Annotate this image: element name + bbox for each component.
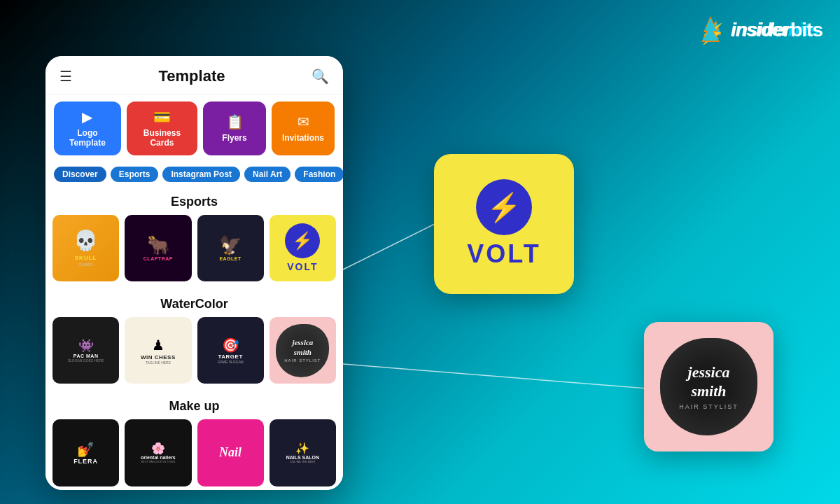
- logo-template-label: Logo Template: [62, 128, 113, 148]
- eaglet-icon: 🦅: [219, 234, 241, 256]
- nailssalon-icon: ✨: [295, 442, 309, 455]
- logo-card-oriental[interactable]: 🌸 oriental nailers BEST PARLOUR IN TOWN: [125, 419, 191, 486]
- pacman-icon: 👾: [78, 338, 94, 354]
- filter-tags: Discover Esports Instagram Post Nail Art…: [46, 162, 343, 186]
- chess-title: WIN CHESS: [141, 354, 176, 360]
- volt-large-text: VOLT: [467, 239, 540, 269]
- invitations-icon: ✉: [298, 113, 309, 130]
- category-logo-template[interactable]: ▶ Logo Template: [54, 102, 121, 155]
- jessica-large-subtitle: HAIR STYLIST: [679, 403, 738, 410]
- flera-title: FLERA: [74, 458, 98, 465]
- logo-card-pacman[interactable]: 👾 PAC MAN SLOGAN GOES HERE: [52, 317, 119, 384]
- brand-logo-container: insiderbits: [693, 13, 822, 48]
- filter-discover[interactable]: Discover: [54, 167, 106, 182]
- category-invitations[interactable]: ✉ Invitations: [272, 102, 335, 155]
- nail-title: Nail: [219, 445, 241, 460]
- oriental-sub: BEST PARLOUR IN TOWN: [141, 460, 175, 463]
- logo-card-nail[interactable]: Nail: [197, 419, 264, 486]
- makeup-section-title: Make up: [46, 391, 343, 419]
- claptrap-label: CLAPTRAP: [144, 256, 173, 261]
- filter-fashion[interactable]: Fashion: [295, 167, 343, 182]
- invitations-label: Invitations: [282, 133, 324, 143]
- category-flyers[interactable]: 📋 Flyers: [203, 102, 266, 155]
- bolt-symbol: ⚡: [292, 231, 313, 251]
- chess-sub: TAGLINE HERE: [146, 360, 171, 365]
- volt-large-bolt-symbol: ⚡: [486, 191, 522, 224]
- brand-text: insiderbits: [731, 19, 822, 41]
- claptrap-icon: 🐂: [147, 234, 169, 256]
- oriental-title: oriental nailers: [141, 455, 176, 460]
- jessica-large-name: jessicasmith: [688, 363, 730, 400]
- volt-large-bolt-circle: ⚡: [476, 179, 532, 235]
- eaglet-label: EAGLET: [219, 256, 241, 261]
- business-cards-icon: 💳: [153, 108, 171, 125]
- watercolor-grid: 👾 PAC MAN SLOGAN GOES HERE ♟ WIN CHESS T…: [46, 317, 343, 391]
- brand-icon: [693, 13, 728, 48]
- nailssalon-title: NAILS SALON: [286, 455, 319, 460]
- esports-section-title: Esports: [46, 186, 343, 215]
- svg-line-7: [343, 364, 648, 388]
- logo-card-target[interactable]: 🎯 TARGET GAME SLOGAN: [197, 317, 264, 384]
- flera-icon: 💅: [77, 441, 94, 458]
- hamburger-icon[interactable]: ☰: [59, 68, 72, 85]
- logo-card-flera[interactable]: 💅 FLERA: [52, 419, 119, 486]
- skull-title: SKULL: [75, 255, 97, 261]
- logo-card-skull[interactable]: 💀 SKULL GAMES: [52, 215, 119, 281]
- target-sub: GAME SLOGAN: [218, 360, 244, 364]
- filter-instagram[interactable]: Instagram Post: [162, 167, 240, 182]
- oriental-icon: 🌸: [151, 442, 165, 455]
- search-icon[interactable]: 🔍: [312, 68, 329, 85]
- logo-card-nailssalon[interactable]: ✨ NAILS SALON COL WE THE BEST: [270, 419, 336, 486]
- business-cards-label: Business Cards: [135, 128, 189, 148]
- svg-line-6: [343, 223, 438, 270]
- volt-card-large: ⚡ VOLT: [434, 154, 574, 294]
- chess-icon: ♟: [152, 337, 164, 354]
- skull-sub: GAMES: [78, 262, 93, 267]
- pacman-title: PAC MAN: [74, 354, 99, 358]
- makeup-grid: 💅 FLERA 🌸 oriental nailers BEST PARLOUR …: [46, 419, 343, 490]
- logo-card-jessica[interactable]: jessicasmith HAIR STYLIST: [270, 317, 336, 384]
- target-icon: 🎯: [222, 337, 239, 354]
- logo-template-icon: ▶: [82, 108, 92, 125]
- volt-label: VOLT: [287, 261, 318, 272]
- phone-header: ☰ Template 🔍: [46, 56, 343, 94]
- logo-card-eaglet[interactable]: 🦅 EAGLET: [197, 215, 264, 281]
- volt-bolt-circle: ⚡: [285, 223, 320, 258]
- logo-card-claptrap[interactable]: 🐂 CLAPTRAP: [125, 215, 191, 281]
- category-buttons: ▶ Logo Template 💳 Business Cards 📋 Flyer…: [46, 94, 343, 162]
- esports-grid: 💀 SKULL GAMES 🐂 CLAPTRAP 🦅 EAGLET: [46, 215, 343, 288]
- filter-nailart[interactable]: Nail Art: [244, 167, 290, 182]
- filter-esports[interactable]: Esports: [111, 167, 159, 182]
- jessica-name: jessicasmith: [292, 338, 313, 356]
- target-title: TARGET: [218, 354, 242, 360]
- flyers-icon: 📋: [226, 113, 244, 130]
- skull-icon: 💀: [74, 229, 98, 252]
- jessica-subtitle: HAIR STYLIST: [284, 358, 321, 363]
- jessica-large-inner: jessicasmith HAIR STYLIST: [660, 338, 757, 435]
- phone-mockup: ☰ Template 🔍 ▶ Logo Template 💳 Business …: [46, 56, 343, 490]
- nailssalon-sub: COL WE THE BEST: [290, 460, 315, 463]
- logo-card-volt[interactable]: ⚡ VOLT: [270, 215, 336, 281]
- pacman-sub: SLOGAN GOES HERE: [68, 358, 104, 363]
- category-business-cards[interactable]: 💳 Business Cards: [127, 102, 197, 155]
- logo-card-chess[interactable]: ♟ WIN CHESS TAGLINE HERE: [125, 317, 191, 384]
- phone-content[interactable]: Esports 💀 SKULL GAMES 🐂 CLAPTRAP: [46, 186, 343, 490]
- jessica-card-large: jessicasmith HAIR STYLIST: [644, 322, 774, 451]
- header-title: Template: [159, 67, 225, 85]
- watercolor-section-title: WaterColor: [46, 288, 343, 317]
- flyers-label: Flyers: [222, 133, 246, 143]
